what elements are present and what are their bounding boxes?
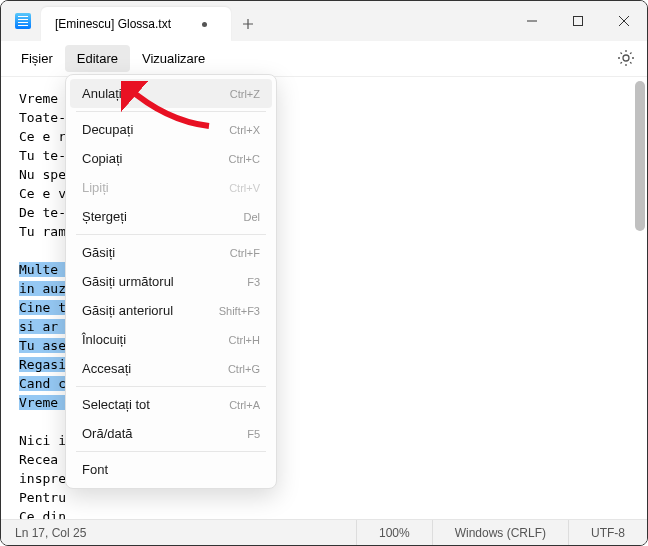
menu-item-label: Anulați [82,86,122,101]
menu-item-label: Găsiți anteriorul [82,303,173,318]
menu-item-gsii[interactable]: GăsițiCtrl+F [70,238,272,267]
close-icon [619,16,629,26]
notepad-app-icon [15,13,31,29]
settings-button[interactable] [617,49,635,70]
maximize-button[interactable] [555,1,601,41]
menu-item-shortcut: Ctrl+V [229,182,260,194]
menu-item-label: Ștergeți [82,209,127,224]
close-button[interactable] [601,1,647,41]
svg-rect-0 [574,17,583,26]
menu-item-shortcut: F5 [247,428,260,440]
menu-item-nlocuii[interactable]: ÎnlocuițiCtrl+H [70,325,272,354]
maximize-icon [573,16,583,26]
menu-item-font[interactable]: Font [70,455,272,484]
new-tab-button[interactable] [231,7,265,41]
minimize-button[interactable] [509,1,555,41]
encoding[interactable]: UTF-8 [568,520,647,545]
menu-item-label: Înlocuiți [82,332,126,347]
menu-item-shortcut: Ctrl+X [229,124,260,136]
menu-item-label: Decupați [82,122,133,137]
scrollbar-thumb[interactable] [635,81,645,231]
menu-item-label: Găsiți [82,245,115,260]
titlebar: [Eminescu] Glossa.txt [1,1,647,41]
cursor-position: Ln 17, Col 25 [15,526,86,540]
window-controls [509,1,647,41]
menu-item-accesai[interactable]: AccesațiCtrl+G [70,354,272,383]
editor-line: Ce din [19,507,629,519]
menu-item-gsiianteriorul[interactable]: Găsiți anteriorulShift+F3 [70,296,272,325]
document-tab[interactable]: [Eminescu] Glossa.txt [41,7,231,41]
menu-item-label: Copiați [82,151,122,166]
tab-title: [Eminescu] Glossa.txt [55,17,192,31]
menu-separator [76,234,266,235]
menu-item-label: Oră/dată [82,426,133,441]
menu-item-shortcut: F3 [247,276,260,288]
menubar: FișierEditareVizualizare [1,41,647,77]
edit-menu-dropdown: AnulațiCtrl+ZDecupațiCtrl+XCopiațiCtrl+C… [65,74,277,489]
menu-separator [76,111,266,112]
gear-icon [617,49,635,67]
menu-item-label: Selectați tot [82,397,150,412]
menu-item-shortcut: Ctrl+C [229,153,260,165]
editor-line: Pentru [19,488,629,507]
menu-item-tergei[interactable]: ȘtergețiDel [70,202,272,231]
menu-item-shortcut: Ctrl+G [228,363,260,375]
menu-vizualizare[interactable]: Vizualizare [130,45,217,72]
menu-item-anulai[interactable]: AnulațiCtrl+Z [70,79,272,108]
plus-icon [242,18,254,30]
svg-point-1 [623,55,629,61]
menu-item-copiai[interactable]: CopiațiCtrl+C [70,144,272,173]
menu-separator [76,386,266,387]
menu-item-shortcut: Ctrl+H [229,334,260,346]
unsaved-indicator-icon [202,22,207,27]
minimize-icon [527,16,537,26]
menu-item-label: Lipiți [82,180,109,195]
menu-item-label: Accesați [82,361,131,376]
menu-item-gsiiurmtorul[interactable]: Găsiți următorulF3 [70,267,272,296]
statusbar: Ln 17, Col 25 100% Windows (CRLF) UTF-8 [1,519,647,545]
vertical-scrollbar[interactable] [635,81,645,515]
menu-item-shortcut: Del [243,211,260,223]
menu-separator [76,451,266,452]
menu-item-selectaitot[interactable]: Selectați totCtrl+A [70,390,272,419]
menu-item-ordat[interactable]: Oră/datăF5 [70,419,272,448]
zoom-level[interactable]: 100% [356,520,432,545]
menu-item-shortcut: Ctrl+F [230,247,260,259]
line-ending[interactable]: Windows (CRLF) [432,520,568,545]
menu-item-label: Găsiți următorul [82,274,174,289]
menu-item-label: Font [82,462,108,477]
menu-item-decupai[interactable]: DecupațiCtrl+X [70,115,272,144]
menu-item-lipii: LipițiCtrl+V [70,173,272,202]
menu-item-shortcut: Shift+F3 [219,305,260,317]
menu-editare[interactable]: Editare [65,45,130,72]
menu-fișier[interactable]: Fișier [9,45,65,72]
menu-item-shortcut: Ctrl+A [229,399,260,411]
menu-item-shortcut: Ctrl+Z [230,88,260,100]
